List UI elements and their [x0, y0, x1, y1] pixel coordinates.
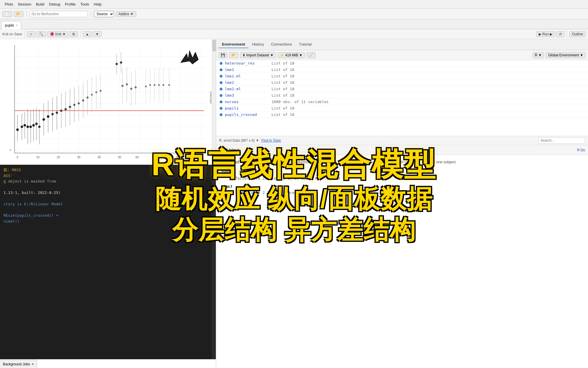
background-jobs-tab[interactable]: Background Jobs × [0, 360, 37, 368]
r-label-btn[interactable]: R ▼ [533, 52, 544, 58]
var-name-heterovar: heterovar_res [225, 61, 272, 65]
docs-r-do: R Do [577, 148, 585, 152]
menu-profile[interactable]: Profile [62, 2, 78, 6]
plot-area: 0 10 20 30 40 50 60 70 80 Group 0 (Inter… [0, 39, 216, 165]
svg-rect-0 [0, 39, 216, 165]
svg-text:40: 40 [97, 156, 101, 159]
knit-on-save-label: Knit on Save [2, 32, 22, 36]
editor-sep-1 [24, 31, 25, 37]
import-dataset-btn[interactable]: ⬇ Import Dataset ▼ [240, 52, 276, 58]
env-tabs: Environment History Connections Tutorial [216, 39, 588, 50]
load-env-btn[interactable]: 📂 [229, 52, 238, 58]
svg-point-76 [96, 92, 97, 93]
up-btn[interactable]: ▲ [83, 31, 92, 37]
var-row-lme3[interactable]: lme3 List of 18 [216, 92, 588, 99]
tab-close-btn[interactable]: × [16, 24, 18, 27]
console-scrollbar-thumb[interactable] [212, 165, 216, 177]
svg-point-90 [120, 62, 122, 64]
clear-env-btn[interactable]: 🧹 [307, 52, 316, 58]
docs-desc-text: data frame has 867 rows and 8 columns. I… [242, 160, 456, 164]
knit-btn[interactable]: 🧶 Knit ▼ [47, 31, 68, 37]
var-dot-nurses [220, 100, 223, 103]
plot-scrollbar-thumb[interactable] [212, 40, 216, 51]
docs-toolbar: armd {nlme} R Do [216, 145, 588, 155]
console-scrollbar[interactable] [212, 165, 216, 359]
tab-connections[interactable]: Connections [267, 41, 295, 48]
save-env-btn[interactable]: 💾 [218, 52, 228, 58]
docs-description: The armd data frame has 867 rows and 8 c… [221, 159, 583, 165]
settings-btn[interactable]: ⚙ [69, 31, 78, 37]
knit-icon: 🧶 [50, 32, 54, 36]
console-area: 载: MASS ASS' g object is masked from 1.1… [0, 165, 216, 359]
variable-list: heterovar_res List of 18 lme1 List of 18… [216, 60, 588, 136]
docs-title-bar: armd {nlme} [219, 148, 239, 152]
tab-environment[interactable]: Environment [218, 41, 249, 48]
find-in-topic-link[interactable]: Find in Topic [261, 138, 281, 143]
svg-point-72 [87, 97, 88, 98]
open-file-btn[interactable]: 📂 [14, 11, 23, 17]
var-row-lme1[interactable]: lme1 List of 18 [216, 67, 588, 73]
var-type-lme2ml: List of 18 [272, 87, 294, 91]
docs-search-input[interactable] [538, 137, 585, 144]
tab-tutorial[interactable]: Tutorial [295, 41, 315, 48]
var-row-extra2[interactable]: pupils_crossed List of 18 [216, 112, 588, 118]
var-row-lme1ml[interactable]: lme1.ml List of 18 [216, 73, 588, 79]
goto-file-input[interactable] [29, 11, 88, 17]
svg-point-54 [47, 115, 49, 118]
var-dot-heterovar [220, 62, 223, 65]
main-layout: 0 10 20 30 40 50 60 70 80 Group 0 (Inter… [0, 39, 588, 368]
plot-scrollbar[interactable] [212, 39, 216, 165]
svg-text:0: 0 [10, 149, 11, 152]
down-btn[interactable]: ▼ [93, 31, 102, 37]
menu-plots[interactable]: Plots [2, 2, 15, 6]
var-row-nurses[interactable]: nurses 1000 obs. of 11 variables [216, 99, 588, 105]
var-row-heterovar[interactable]: heterovar_res List of 18 [216, 60, 588, 67]
display-select[interactable]: Source [94, 11, 114, 17]
var-dot-lme2ml [220, 88, 223, 91]
menu-debug[interactable]: Debug [47, 2, 62, 6]
outline-btn[interactable]: Outline [569, 31, 586, 37]
menu-build[interactable]: Build [34, 2, 47, 6]
lint-btn[interactable]: ✓ [27, 31, 35, 37]
svg-point-38 [21, 126, 23, 128]
search-btn[interactable]: 🔍 [36, 31, 46, 37]
run-label: Run ▶ [542, 32, 552, 36]
svg-point-52 [43, 118, 45, 121]
tab-pupils[interactable]: pupils × [1, 21, 21, 29]
svg-point-94 [150, 84, 151, 86]
addins-btn[interactable]: Addins ▼ [116, 11, 136, 17]
menu-help[interactable]: Help [92, 2, 104, 6]
console-line-3: g object is masked from [4, 178, 212, 184]
editor-sep-2 [80, 31, 80, 37]
svg-point-68 [78, 103, 80, 104]
bg-jobs-close[interactable]: × [32, 362, 34, 366]
re-run-btn[interactable]: ↺ [556, 31, 564, 37]
run-btn[interactable]: ▶ Run ▶ [536, 31, 555, 37]
svg-point-58 [56, 112, 58, 114]
new-file-btn[interactable]: 📄 [2, 11, 12, 17]
svg-point-36 [16, 129, 19, 131]
console-line-7: ctory is E:/R/Linear Model [4, 201, 212, 207]
var-row-lme2ml[interactable]: lme2.ml List of 18 [216, 86, 588, 92]
docs-area: R: armd Data (867 x 8) ▼ Find in Topic a… [216, 136, 588, 368]
memory-btn[interactable]: ⚡ 419 MiB ▼ [278, 52, 305, 58]
var-row-lme2[interactable]: lme2 List of 18 [216, 79, 588, 86]
var-type-lme3: List of 18 [272, 93, 294, 98]
menu-session[interactable]: Session [15, 2, 34, 6]
console-line-10: nimal() [4, 218, 212, 224]
var-name-lme1ml: lme1.ml [225, 74, 272, 78]
console-line-2: ASS' [4, 173, 212, 179]
var-name-lme2: lme2 [225, 80, 272, 85]
var-dot-lme1ml [220, 75, 223, 78]
global-env-btn[interactable]: Global Environment ▼ [546, 52, 586, 58]
editor-toolbar: Knit on Save ✓ 🔍 🧶 Knit ▼ ⚙ ▲ ▼ ▶ Run ▶ … [0, 29, 588, 39]
svg-text:10: 10 [36, 156, 40, 159]
data-label-text[interactable]: R: armd Data (867 x 8) ▼ [219, 138, 259, 143]
svg-text:50: 50 [118, 156, 121, 159]
var-row-extra1[interactable]: pupils List of 18 [216, 105, 588, 112]
console-line-8 [4, 207, 212, 213]
tab-history[interactable]: History [249, 41, 267, 48]
svg-point-40 [24, 124, 26, 126]
svg-point-44 [29, 126, 32, 128]
menu-tools[interactable]: Tools [78, 2, 91, 6]
